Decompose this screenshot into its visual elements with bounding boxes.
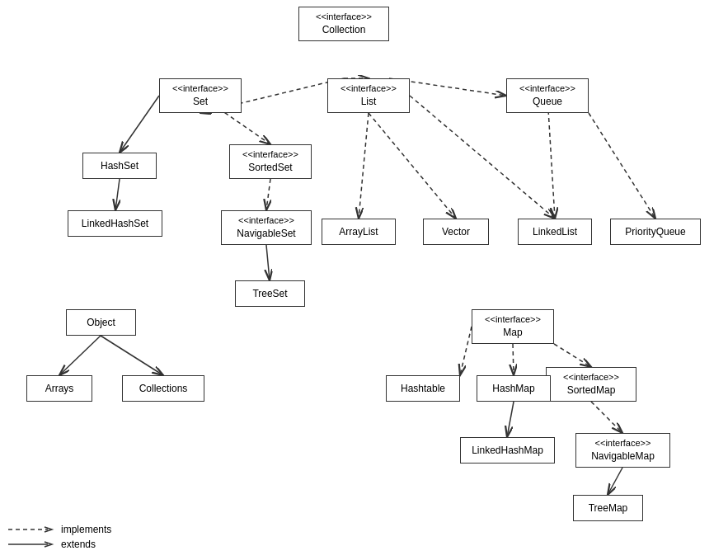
svg-line-8	[359, 113, 369, 219]
box-map: <<interface>> Map	[472, 309, 554, 344]
svg-line-5	[115, 179, 120, 210]
box-vector: Vector	[423, 219, 489, 245]
box-arrays: Arrays	[26, 375, 92, 402]
box-queue: <<interface>> Queue	[506, 78, 589, 113]
svg-line-16	[460, 327, 472, 375]
extends-line-icon	[8, 539, 58, 550]
box-arraylist: ArrayList	[322, 219, 396, 245]
svg-line-11	[547, 96, 555, 219]
box-priorityqueue: PriorityQueue	[610, 219, 701, 245]
svg-line-9	[369, 113, 456, 219]
implements-line-icon	[8, 524, 58, 535]
uml-diagram: <<interface>> Collection <<interface>> S…	[0, 0, 728, 511]
box-navigablemap: <<interface>> NavigableMap	[575, 433, 670, 468]
box-set: <<interface>> Set	[159, 78, 242, 113]
svg-line-7	[266, 245, 270, 280]
svg-line-15	[554, 344, 591, 367]
legend-implements: implements	[8, 524, 111, 535]
svg-line-18	[591, 402, 622, 433]
svg-line-6	[266, 179, 270, 210]
box-list: <<interface>> List	[327, 78, 410, 113]
svg-line-12	[589, 113, 655, 219]
svg-line-19	[507, 402, 514, 437]
legend: implements extends	[8, 524, 111, 553]
box-collections: Collections	[122, 375, 204, 402]
box-hashmap: HashMap	[477, 375, 551, 402]
box-collection: <<interface>> Collection	[298, 7, 389, 41]
box-treeset: TreeSet	[235, 280, 305, 307]
svg-line-14	[101, 336, 163, 375]
box-hashtable: Hashtable	[386, 375, 460, 402]
box-linkedhashset: LinkedHashSet	[68, 210, 162, 237]
box-navigableset: <<interface>> NavigableSet	[221, 210, 312, 245]
svg-line-20	[608, 468, 622, 495]
legend-extends: extends	[8, 539, 111, 550]
box-linkedhashmap: LinkedHashMap	[460, 437, 555, 464]
svg-line-3	[120, 96, 159, 153]
box-treemap: TreeMap	[573, 495, 643, 521]
box-sortedset: <<interface>> SortedSet	[229, 144, 312, 179]
svg-line-17	[513, 344, 514, 375]
box-sortedmap: <<interface>> SortedMap	[546, 367, 636, 402]
box-linkedlist: LinkedList	[518, 219, 592, 245]
svg-line-10	[410, 96, 555, 219]
box-object: Object	[66, 309, 136, 336]
svg-line-13	[59, 336, 101, 375]
box-hashset: HashSet	[82, 153, 157, 179]
